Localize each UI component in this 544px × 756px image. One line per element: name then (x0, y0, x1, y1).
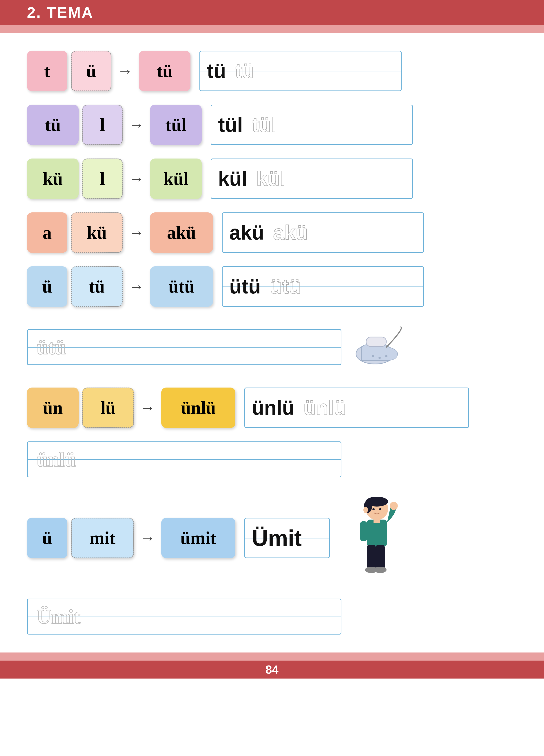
tile-tu-3: tü (71, 266, 123, 307)
tile-un: ün (27, 388, 79, 428)
writing-box-umit[interactable]: Ümit (244, 518, 330, 558)
iron-image (351, 320, 409, 374)
writing-solid-aku: akü (229, 221, 264, 244)
tile-t: t (27, 51, 67, 91)
tile-utu: ütü (150, 266, 213, 307)
iron-svg (355, 325, 404, 370)
writing-dotted-unlu: ünlü (304, 396, 346, 419)
tile-ku-2: kü (71, 212, 123, 253)
svg-point-11 (364, 507, 368, 513)
syllable-group-umit: ü mit → ümit (27, 518, 235, 558)
arrow-2: → (128, 116, 144, 134)
syllable-group-unlu: ün lü → ünlü (27, 388, 235, 428)
writing-box-tu[interactable]: tü tü (199, 51, 402, 91)
syllable-group-tul: tü l → tül (27, 105, 202, 145)
tile-umit: ümit (161, 518, 235, 558)
svg-point-3 (372, 355, 374, 357)
row-utu: ü tü → ütü ütü ütü (27, 266, 517, 307)
syllable-group-aku: a kü → akü (27, 212, 213, 253)
page-number: 84 (265, 663, 279, 676)
writing-solid-kul: kül (218, 167, 247, 190)
svg-rect-13 (374, 519, 380, 523)
writing-dotted-tu: tü (235, 60, 254, 83)
arrow-6: → (140, 399, 155, 417)
writing-solid-unlu: ünlü (252, 396, 295, 419)
syllable-group-kul: kü l → kül (27, 159, 202, 199)
svg-point-9 (373, 508, 375, 510)
tile-kul: kül (150, 159, 202, 199)
row-tul: tü l → tül tül tül (27, 105, 517, 145)
utu-practice-row: ütü (27, 320, 517, 374)
tile-mit: mit (71, 518, 134, 558)
arrow-4: → (128, 224, 144, 242)
header-title: 2. TEMA (27, 4, 93, 21)
umit-practice-dotted: Ümit (37, 605, 80, 628)
arrow-5: → (128, 278, 144, 295)
writing-dotted-tul: tül (252, 113, 277, 137)
tile-u-3: ü (27, 518, 67, 558)
writing-solid-tu: tü (207, 60, 226, 83)
writing-box-tul[interactable]: tül tül (211, 105, 413, 145)
tile-lu: lü (82, 388, 134, 428)
writing-box-utu[interactable]: ütü ütü (222, 266, 424, 307)
svg-point-4 (379, 357, 381, 359)
tile-u-umlaut-1: ü (71, 51, 111, 91)
header-bar: 2. TEMA (0, 0, 544, 25)
boy-svg (346, 495, 408, 585)
writing-box-aku[interactable]: akü akü (222, 212, 424, 253)
tile-tul: tül (150, 105, 202, 145)
writing-solid-tul: tül (218, 113, 243, 137)
arrow-3: → (128, 170, 144, 188)
tile-ku: kü (27, 159, 79, 199)
svg-point-10 (379, 508, 381, 510)
umit-practice-box[interactable]: Ümit (27, 599, 342, 635)
utu-practice-box[interactable]: ütü (27, 329, 342, 365)
row-aku: a kü → akü akü akü (27, 212, 517, 253)
svg-point-19 (374, 567, 387, 573)
writing-solid-utu: ütü (229, 275, 261, 298)
boy-image (339, 491, 415, 585)
tile-unlu: ünlü (161, 388, 235, 428)
unlu-practice-box[interactable]: ünlü (27, 441, 342, 477)
tile-a: a (27, 212, 67, 253)
writing-dotted-kul: kül (256, 167, 286, 190)
writing-solid-umit: Ümit (252, 525, 302, 551)
writing-dotted-utu: ütü (270, 275, 301, 298)
svg-rect-12 (367, 520, 387, 547)
svg-rect-15 (360, 521, 367, 541)
row-umit: ü mit → ümit Ümit (27, 491, 517, 585)
arrow-7: → (140, 529, 155, 547)
footer-accent (0, 652, 544, 661)
row-unlu: ün lü → ünlü ünlü ünlü (27, 388, 517, 428)
writing-dotted-aku: akü (273, 221, 308, 244)
tile-tu: tü (139, 51, 190, 91)
row-tu: t ü → tü tü tü (27, 51, 517, 91)
svg-point-5 (385, 355, 388, 357)
row-kul: kü l → kül kül kül (27, 159, 517, 199)
svg-rect-16 (367, 545, 376, 569)
svg-rect-17 (376, 545, 385, 569)
tile-l-1: l (82, 105, 123, 145)
utu-practice-dotted: ütü (37, 336, 66, 359)
tile-u-2: ü (27, 266, 67, 307)
footer-bar: 84 (0, 661, 544, 679)
syllable-group-tu: t ü → tü (27, 51, 190, 91)
arrow-1: → (117, 62, 133, 80)
syllable-group-utu: ü tü → ütü (27, 266, 213, 307)
writing-box-unlu[interactable]: ünlü ünlü (244, 388, 469, 428)
main-content: t ü → tü tü tü tü l → tül tül tül kü l →… (0, 33, 544, 652)
writing-box-kul[interactable]: kül kül (211, 159, 413, 199)
tile-tu-2: tü (27, 105, 79, 145)
tile-l-2: l (82, 159, 123, 199)
svg-rect-20 (393, 502, 395, 508)
tile-aku: akü (150, 212, 213, 253)
accent-bar-top (0, 25, 544, 33)
svg-rect-2 (366, 337, 386, 346)
unlu-practice-dotted: ünlü (37, 448, 76, 471)
